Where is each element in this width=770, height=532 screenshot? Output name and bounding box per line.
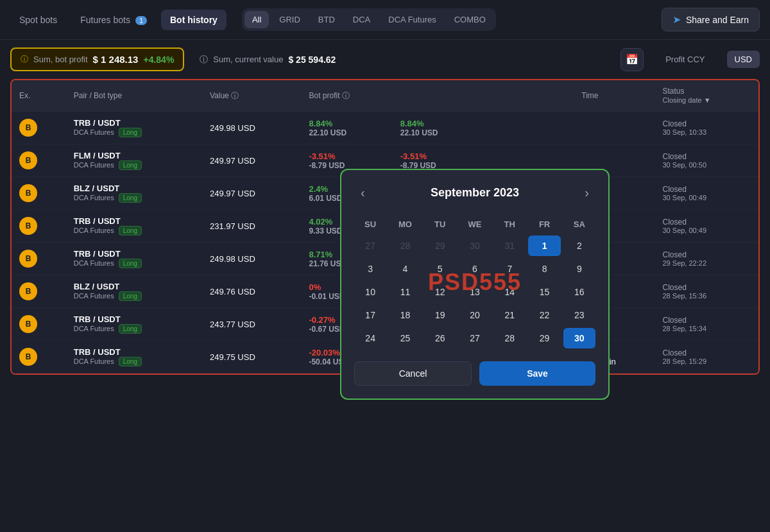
cal-day[interactable]: 11 bbox=[389, 282, 421, 302]
filter-all[interactable]: All bbox=[244, 11, 269, 28]
usd-btn[interactable]: USD bbox=[727, 51, 760, 68]
cal-day[interactable]: 2 bbox=[563, 236, 595, 256]
cal-day[interactable]: 21 bbox=[493, 305, 526, 325]
cal-day[interactable]: 30 bbox=[563, 328, 595, 348]
profit-ccy-btn[interactable]: Profit CCY bbox=[659, 51, 711, 68]
cal-day[interactable]: 1 bbox=[528, 236, 560, 256]
status-label: Closed bbox=[663, 152, 751, 161]
calendar-popup: ‹ September 2023 › SUMOTUWETHFRSA2728293… bbox=[340, 169, 610, 400]
cal-day[interactable]: 23 bbox=[563, 305, 595, 325]
cal-day[interactable]: 4 bbox=[389, 259, 421, 279]
value-usd: 249.97 USD bbox=[210, 189, 293, 198]
closing-date: 28 Sep, 15:36 bbox=[663, 292, 751, 300]
cal-day[interactable]: 15 bbox=[528, 282, 560, 302]
tag-long: Long bbox=[119, 259, 142, 268]
cal-save-btn[interactable]: Save bbox=[479, 361, 595, 386]
table-row[interactable]: B TRB / USDT DCA Futures Long 249.98 USD… bbox=[12, 112, 758, 144]
closing-date: 28 Sep, 15:34 bbox=[663, 325, 751, 332]
value-usd: 231.97 USD bbox=[210, 221, 293, 231]
cell-value: 249.97 USD bbox=[202, 177, 301, 210]
cal-next-btn[interactable]: › bbox=[578, 183, 595, 203]
current-info-icon: ⓘ bbox=[200, 54, 208, 65]
binance-icon: B bbox=[19, 315, 37, 333]
cal-day-header: FR bbox=[528, 216, 560, 233]
cal-day[interactable]: 19 bbox=[424, 305, 456, 325]
spot-bots-btn[interactable]: Spot bots bbox=[10, 10, 66, 30]
calendar-btn[interactable]: 📅 bbox=[620, 48, 644, 71]
filter-grid[interactable]: GRID bbox=[271, 11, 308, 28]
bot-type: DCA Futures Long bbox=[74, 259, 194, 268]
value-usd: 243.77 USD bbox=[210, 320, 293, 329]
cell-pair: BLZ / USDT DCA Futures Long bbox=[66, 275, 202, 308]
share-earn-btn[interactable]: ➤ Share and Earn bbox=[662, 8, 760, 31]
cal-day[interactable]: 13 bbox=[459, 282, 491, 302]
cell-value: 243.77 USD bbox=[202, 308, 301, 341]
cal-day[interactable]: 8 bbox=[528, 259, 560, 279]
cal-day[interactable]: 26 bbox=[424, 328, 456, 348]
cal-day[interactable]: 31 bbox=[493, 236, 526, 256]
filter-combo[interactable]: COMBO bbox=[447, 11, 493, 28]
pair-name: TRB / USDT bbox=[74, 347, 194, 357]
binance-icon: B bbox=[19, 184, 37, 202]
cal-day[interactable]: 14 bbox=[493, 282, 526, 302]
cal-prev-btn[interactable]: ‹ bbox=[354, 183, 372, 203]
cal-day[interactable]: 6 bbox=[459, 259, 491, 279]
cal-day[interactable]: 22 bbox=[528, 305, 560, 325]
cal-day[interactable]: 24 bbox=[354, 328, 386, 348]
profit-value: $ 1 248.13 bbox=[93, 54, 139, 65]
cal-day[interactable]: 3 bbox=[354, 259, 386, 279]
pair-name: FLM / USDT bbox=[74, 151, 194, 160]
closing-date: 30 Sep, 00:49 bbox=[663, 194, 751, 202]
filter-btd[interactable]: BTD bbox=[311, 11, 343, 28]
cell-profit2: 8.84% 22.10 USD bbox=[393, 112, 483, 144]
cal-day[interactable]: 28 bbox=[389, 236, 421, 256]
pair-name: TRB / USDT bbox=[74, 249, 194, 259]
cal-day[interactable]: 7 bbox=[493, 259, 526, 279]
bot-type: DCA Futures Long bbox=[74, 160, 194, 170]
cal-cancel-btn[interactable]: Cancel bbox=[354, 361, 472, 386]
cal-day[interactable]: 30 bbox=[459, 236, 491, 256]
filter-dca[interactable]: DCA bbox=[345, 11, 378, 28]
table-header-row: Ex. Pair / Bot type Value ⓘ Bot profit ⓘ… bbox=[12, 80, 758, 112]
bot-type: DCA Futures Long bbox=[74, 128, 194, 137]
cal-day[interactable]: 17 bbox=[354, 305, 386, 325]
cell-status: Closed 30 Sep, 00:49 bbox=[655, 177, 759, 210]
status-label: Closed bbox=[663, 250, 751, 259]
cal-day[interactable]: 18 bbox=[389, 305, 421, 325]
cal-day-header: WE bbox=[459, 216, 491, 233]
col-profit2 bbox=[393, 80, 483, 112]
binance-icon: B bbox=[19, 217, 37, 235]
cal-day[interactable]: 29 bbox=[424, 236, 456, 256]
cell-status: Closed 30 Sep, 00:50 bbox=[655, 144, 759, 177]
binance-icon: B bbox=[19, 151, 37, 169]
profit-box: ⓘ Sum, bot profit $ 1 248.13 +4.84% bbox=[10, 47, 184, 71]
futures-bots-btn[interactable]: Futures bots 1 bbox=[71, 10, 156, 30]
cal-day[interactable]: 9 bbox=[563, 259, 595, 279]
cal-day[interactable]: 25 bbox=[389, 328, 421, 348]
cal-day[interactable]: 27 bbox=[354, 236, 386, 256]
cal-day[interactable]: 28 bbox=[493, 328, 526, 348]
cell-ex: B bbox=[12, 210, 66, 243]
cell-pair: TRB / USDT DCA Futures Long bbox=[66, 341, 202, 373]
profit-pct-cell: -3.51% bbox=[309, 151, 384, 161]
cal-day[interactable]: 5 bbox=[424, 259, 456, 279]
status-label: Closed bbox=[663, 218, 751, 227]
col-profit: Bot profit ⓘ bbox=[301, 80, 392, 112]
filter-dca-futures[interactable]: DCA Futures bbox=[381, 11, 443, 28]
cal-day[interactable]: 12 bbox=[424, 282, 456, 302]
cal-day[interactable]: 27 bbox=[459, 328, 491, 348]
bot-history-btn[interactable]: Bot history bbox=[161, 10, 227, 30]
col-status: Status Closing date ▼ bbox=[655, 80, 759, 112]
binance-icon: B bbox=[19, 348, 37, 366]
cal-day[interactable]: 10 bbox=[354, 282, 386, 302]
cal-header: ‹ September 2023 › bbox=[354, 183, 595, 203]
cal-day[interactable]: 16 bbox=[563, 282, 595, 302]
status-label: Closed bbox=[663, 316, 751, 325]
closing-date: 30 Sep, 00:49 bbox=[663, 227, 751, 234]
status-label: Closed bbox=[663, 185, 751, 194]
share-icon: ➤ bbox=[672, 13, 681, 26]
cal-day[interactable]: 29 bbox=[528, 328, 560, 348]
cell-value: 249.97 USD bbox=[202, 144, 301, 177]
cell-pair: BLZ / USDT DCA Futures Long bbox=[66, 177, 202, 210]
cal-day[interactable]: 20 bbox=[459, 305, 491, 325]
